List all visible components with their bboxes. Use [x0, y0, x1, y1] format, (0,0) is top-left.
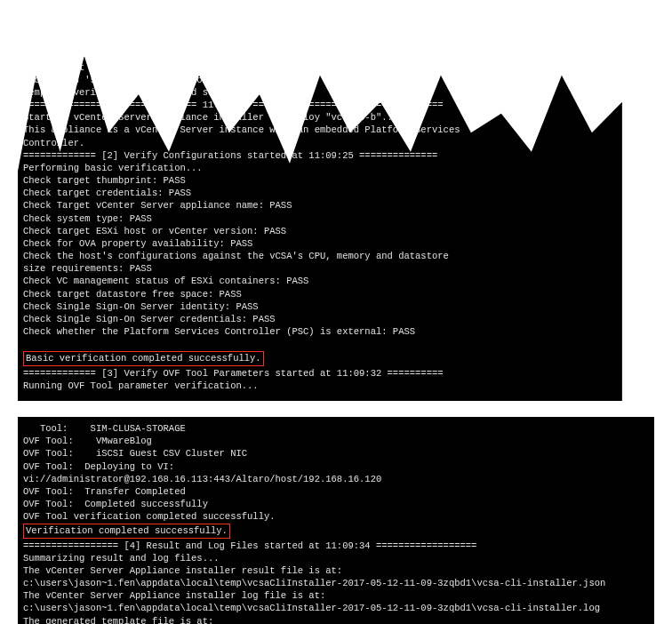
- output-line: Check Single Sign-On Server identity: PA…: [23, 300, 615, 313]
- output-line: The vCenter Server Appliance installer r…: [23, 564, 647, 577]
- output-line: Starting vCenter Server Appliance instal…: [23, 111, 615, 124]
- output-line: Check whether the Platform Services Cont…: [23, 325, 615, 338]
- terminal-window-top: ================ [1] Verify Template sta…: [18, 18, 622, 401]
- output-line: OVF Tool: iSCSI Guest CSV Cluster NIC: [23, 447, 647, 460]
- output-line: [23, 338, 615, 350]
- output-line: Check system type: PASS: [23, 212, 615, 225]
- output-line: Check Single Sign-On Server credentials:…: [23, 313, 615, 325]
- output-line: CEIP is not enabled because the template…: [23, 61, 615, 74]
- output-line: Check target ESXi host or vCenter versio…: [23, 225, 615, 237]
- output-line: c:\users\jason~1.fen\appdata\local\temp\…: [23, 602, 647, 614]
- output-line: The vCenter Server Appliance installer l…: [23, 589, 647, 602]
- output-line: Running OVF Tool parameter verification.…: [23, 380, 615, 392]
- terminal-window-bottom: Tool: SIM-CLUSA-STORAGE OVF Tool: VMware…: [18, 417, 654, 624]
- output-line: Tool: SIM-CLUSA-STORAGE: [23, 422, 647, 435]
- output-line: subsection 'settings' was set to 'false'…: [23, 74, 615, 86]
- output-line: =============================== 11:09:25…: [23, 99, 615, 111]
- output-line: size requirements: PASS: [23, 262, 615, 275]
- output-line: OVF Tool: Transfer Completed: [23, 485, 647, 498]
- output-line: Check the host's configurations against …: [23, 250, 615, 262]
- output-line: Summarizing result and log files...: [23, 552, 647, 564]
- output-line: Performing basic template verification..…: [23, 36, 615, 48]
- highlight-basic-verification-success: Basic verification completed successfull…: [23, 351, 264, 365]
- output-line: Check target thumbprint: PASS: [23, 174, 615, 187]
- output-line: OVF Tool: Deploying to VI:: [23, 460, 647, 473]
- output-line: ================= [4] Result and Log Fil…: [23, 540, 647, 552]
- output-line: Check for OVA property availability: PAS…: [23, 237, 615, 250]
- output-line: vi://administrator@192.168.16.113:443/Al…: [23, 473, 647, 485]
- output-line: The generated template file is at:: [23, 615, 647, 624]
- output-line: Template verification completed successf…: [23, 86, 615, 99]
- output-line: Controller.: [23, 137, 615, 149]
- output-line: c:\users\jason~1.fen\appdata\local\temp\…: [23, 577, 647, 589]
- output-line: Check target credentials: PASS: [23, 187, 615, 199]
- output-line: This appliance is a vCenter Server insta…: [23, 124, 615, 136]
- output-line: Check target datastore free space: PASS: [23, 288, 615, 300]
- output-line: Performing basic verification...: [23, 162, 615, 174]
- output-line: OVF Tool: Completed successfully: [23, 498, 647, 510]
- highlight-verification-success: Verification completed successfully.: [23, 524, 230, 538]
- output-line: Check Target vCenter Server appliance na…: [23, 199, 615, 212]
- output-line: OVF Tool: VMwareBlog: [23, 435, 647, 447]
- output-line: ============= [3] Verify OVF Tool Parame…: [23, 367, 615, 380]
- output-line: The deployment path is: /Altaro/host/192…: [23, 48, 615, 60]
- output-line: Check VC management status of ESXi conta…: [23, 275, 615, 287]
- output-line: ============= [2] Verify Configurations …: [23, 149, 615, 162]
- output-line: ================ [1] Verify Template sta…: [23, 23, 615, 36]
- output-line: OVF Tool verification completed successf…: [23, 510, 647, 523]
